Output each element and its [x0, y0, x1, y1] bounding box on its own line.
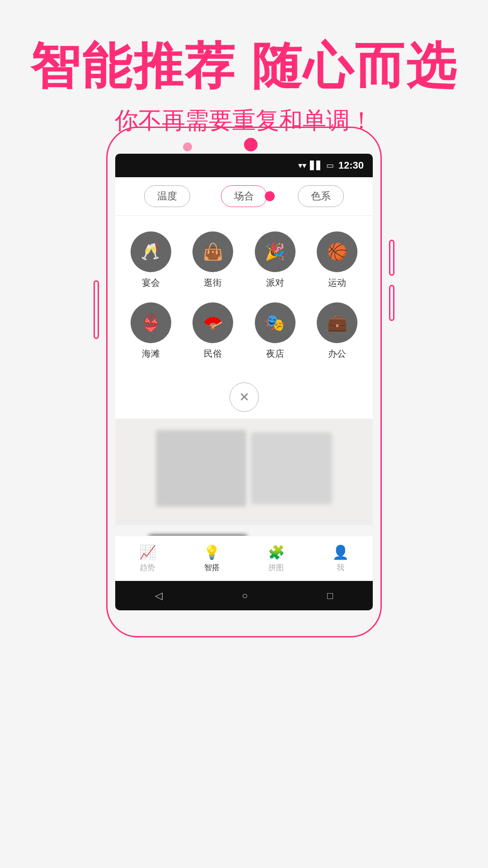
nightclub-icon-circle: 🎭 — [255, 302, 296, 343]
close-button[interactable]: ✕ — [230, 382, 259, 412]
bottom-navigation: 📈 趋势 💡 智搭 🧩 拼图 👤 我 — [115, 536, 373, 581]
trend-label: 趋势 — [140, 562, 155, 573]
phone-button-right-bottom — [389, 285, 394, 321]
me-icon: 👤 — [332, 544, 349, 560]
blurred-product-area-1 — [115, 419, 373, 518]
occasion-item-folk[interactable]: 🪭 民俗 — [182, 296, 244, 367]
phone-mockup: ▾▾ ▋▋ ▭ 12:30 温度 场合 色系 🥂 宴会 — [106, 127, 382, 637]
beach-icon-circle: 👙 — [131, 302, 171, 343]
blurred-image-2 — [251, 432, 332, 505]
sports-icon-circle: 🏀 — [317, 231, 357, 272]
folk-icon-circle: 🪭 — [192, 302, 233, 343]
occasion-item-beach[interactable]: 👙 海滩 — [120, 296, 182, 367]
dot-indicator-large — [244, 138, 258, 151]
occasion-item-shopping[interactable]: 👜 逛街 — [182, 225, 244, 296]
trend-icon: 📈 — [139, 544, 156, 560]
party-label: 派对 — [266, 277, 284, 289]
tab-color[interactable]: 色系 — [298, 185, 344, 207]
folk-label: 民俗 — [204, 348, 222, 360]
occasion-grid: 🥂 宴会 👜 逛街 🎉 派对 🏀 运动 👙 海滩 🪭 民俗 — [115, 216, 373, 376]
back-button[interactable]: ◁ — [155, 590, 163, 602]
occasion-item-banquet[interactable]: 🥂 宴会 — [120, 225, 182, 296]
tab-occasion[interactable]: 场合 — [221, 185, 267, 207]
wifi-icon: ▾▾ — [298, 160, 306, 170]
dot-indicator-small — [183, 142, 192, 151]
battery-icon: ▭ — [326, 160, 334, 170]
nav-item-puzzle[interactable]: 🧩 拼图 — [268, 544, 285, 573]
puzzle-icon: 🧩 — [268, 544, 285, 560]
occasion-item-party[interactable]: 🎉 派对 — [244, 225, 306, 296]
occasion-item-office[interactable]: 💼 办公 — [306, 296, 369, 367]
close-button-container: ✕ — [115, 376, 373, 419]
filter-tabs: 温度 场合 色系 — [115, 177, 373, 216]
shopping-label: 逛街 — [204, 277, 222, 289]
occasion-item-sports[interactable]: 🏀 运动 — [306, 225, 369, 296]
signal-icon: ▋▋ — [310, 160, 323, 170]
nightclub-label: 夜店 — [266, 348, 284, 360]
nav-item-smart-match[interactable]: 💡 智搭 — [203, 544, 220, 573]
smart-match-icon: 💡 — [203, 544, 220, 560]
status-time: 12:30 — [338, 160, 364, 171]
smart-match-label: 智搭 — [204, 562, 220, 573]
main-title: 智能推荐 随心而选 — [0, 36, 488, 96]
status-icons: ▾▾ ▋▋ ▭ — [298, 160, 334, 170]
banquet-label: 宴会 — [142, 277, 160, 289]
recents-button[interactable]: □ — [327, 590, 333, 602]
office-label: 办公 — [328, 348, 346, 360]
party-icon-circle: 🎉 — [255, 231, 296, 272]
sports-label: 运动 — [328, 277, 346, 289]
close-icon: ✕ — [239, 390, 249, 405]
occasion-item-nightclub[interactable]: 🎭 夜店 — [244, 296, 306, 367]
nav-item-me[interactable]: 👤 我 — [332, 544, 349, 573]
status-bar: ▾▾ ▋▋ ▭ 12:30 — [115, 154, 373, 177]
beach-label: 海滩 — [142, 348, 160, 360]
office-icon-circle: 💼 — [317, 302, 357, 343]
phone-screen: ▾▾ ▋▋ ▭ 12:30 温度 场合 色系 🥂 宴会 — [115, 154, 373, 610]
home-button[interactable]: ○ — [242, 590, 248, 602]
tab-temperature[interactable]: 温度 — [144, 185, 190, 207]
puzzle-label: 拼图 — [268, 562, 284, 573]
phone-button-left — [94, 280, 99, 339]
me-label: 我 — [337, 562, 344, 573]
phone-button-right-top — [389, 240, 394, 276]
tab-active-dot — [265, 191, 275, 201]
blurred-image-1 — [156, 430, 246, 507]
banquet-icon-circle: 🥂 — [131, 231, 171, 272]
android-navigation-bar: ◁ ○ □ — [115, 581, 373, 610]
shopping-icon-circle: 👜 — [192, 231, 233, 272]
section-separator — [115, 518, 373, 522]
nav-item-trend[interactable]: 📈 趋势 — [139, 544, 156, 573]
